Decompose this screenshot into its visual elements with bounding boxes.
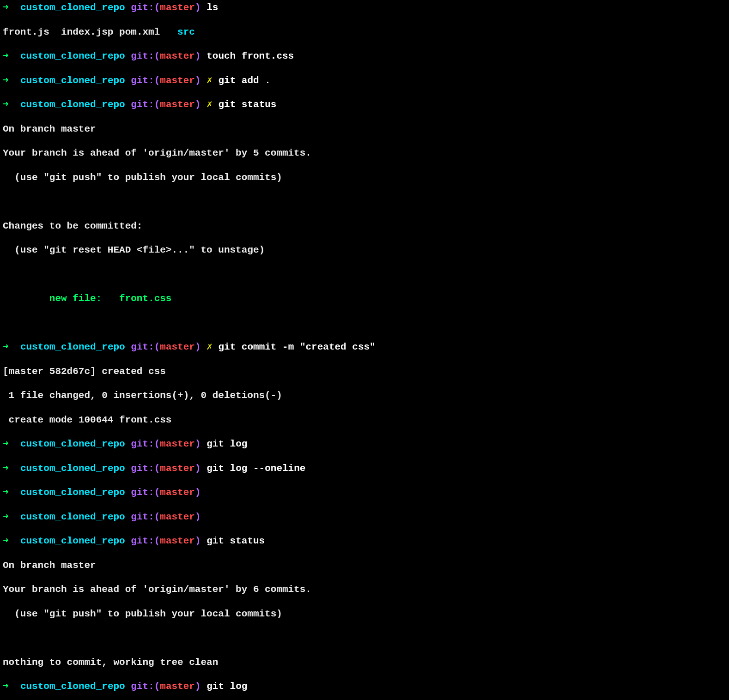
prompt-arrow-icon: ➜ (3, 463, 9, 474)
output-line: Changes to be committed: (3, 220, 726, 232)
command-text: git add . (218, 75, 270, 86)
prompt-arrow-icon: ➜ (3, 487, 9, 498)
command-text: git commit -m "created css" (218, 342, 375, 352)
blank-line (3, 317, 726, 329)
blank-line (3, 632, 726, 644)
ls-file: front.js (3, 27, 49, 37)
prompt-line: ➜ custom_cloned_repo git:(master) ✗ git … (3, 75, 726, 87)
command-text: git log --oneline (207, 463, 305, 474)
git-label-close: ) (195, 681, 201, 692)
prompt-arrow-icon: ➜ (3, 512, 9, 522)
prompt-dir: custom_cloned_repo (20, 463, 125, 474)
command-text: git log (207, 681, 247, 692)
output-text: Changes to be committed: (3, 221, 142, 231)
git-branch: master (160, 681, 195, 692)
prompt-arrow-icon: ➜ (3, 439, 9, 449)
prompt-arrow-icon: ➜ (3, 75, 9, 86)
git-label: git:( (131, 487, 160, 498)
prompt-arrow-icon: ➜ (3, 99, 9, 110)
command-text: git status (207, 536, 265, 546)
output-text: (use "git push" to publish your local co… (3, 609, 282, 619)
git-branch: master (160, 99, 195, 110)
git-label: git:( (131, 99, 160, 110)
output-text: (use "git reset HEAD <file>..." to unsta… (3, 245, 265, 255)
git-label-close: ) (195, 536, 201, 546)
git-label-close: ) (195, 2, 201, 13)
output-text: On branch master (3, 560, 96, 571)
command-text: git status (218, 99, 276, 110)
prompt-line: ➜ custom_cloned_repo git:(master) git lo… (3, 438, 726, 450)
prompt-line: ➜ custom_cloned_repo git:(master) ✗ git … (3, 99, 726, 111)
git-label: git:( (131, 75, 160, 86)
prompt-dir: custom_cloned_repo (20, 2, 125, 13)
output-line: create mode 100644 front.css (3, 414, 726, 426)
prompt-dir: custom_cloned_repo (20, 487, 125, 498)
output-line: (use "git push" to publish your local co… (3, 608, 726, 620)
blank-line (3, 269, 726, 281)
prompt-dir: custom_cloned_repo (20, 681, 125, 692)
prompt-line: ➜ custom_cloned_repo git:(master) git st… (3, 535, 726, 547)
output-line: nothing to commit, working tree clean (3, 657, 726, 669)
git-label-close: ) (195, 342, 201, 352)
dirty-flag-icon: ✗ (207, 75, 213, 86)
git-label-close: ) (195, 487, 201, 498)
output-line: On branch master (3, 123, 726, 135)
git-label-close: ) (195, 99, 201, 110)
git-label-close: ) (195, 75, 201, 86)
git-label-close: ) (195, 463, 201, 474)
prompt-arrow-icon: ➜ (3, 2, 9, 13)
output-text: Your branch is ahead of 'origin/master' … (3, 584, 311, 595)
git-label: git:( (131, 439, 160, 449)
output-text: On branch master (3, 124, 96, 134)
git-label-close: ) (195, 512, 201, 522)
output-line: [master 582d67c] created css (3, 366, 726, 378)
git-branch: master (160, 2, 195, 13)
prompt-dir: custom_cloned_repo (20, 536, 125, 546)
dirty-flag-icon: ✗ (207, 342, 213, 352)
git-branch: master (160, 512, 195, 522)
git-branch: master (160, 487, 195, 498)
prompt-dir: custom_cloned_repo (20, 512, 125, 522)
ls-file: index.jsp (61, 27, 113, 37)
git-label: git:( (131, 536, 160, 546)
ls-dir: src (177, 27, 195, 37)
new-file-text: new file: front.css (3, 293, 171, 304)
prompt-dir: custom_cloned_repo (20, 342, 125, 352)
prompt-arrow-icon: ➜ (3, 681, 9, 692)
output-text: [master 582d67c] created css (3, 366, 166, 377)
prompt-line: ➜ custom_cloned_repo git:(master) (3, 511, 726, 523)
git-label-close: ) (195, 439, 201, 449)
git-branch: master (160, 536, 195, 546)
prompt-line: ➜ custom_cloned_repo git:(master) ✗ git … (3, 341, 726, 353)
git-label: git:( (131, 681, 160, 692)
git-branch: master (160, 51, 195, 61)
command-text: touch front.css (207, 51, 294, 61)
ls-file: pom.xml (119, 27, 160, 37)
prompt-dir: custom_cloned_repo (20, 99, 125, 110)
blank-line (3, 196, 726, 208)
git-label: git:( (131, 342, 160, 352)
git-branch: master (160, 75, 195, 86)
output-line: On branch master (3, 560, 726, 572)
terminal[interactable]: ➜ custom_cloned_repo git:(master) ls fro… (0, 0, 729, 700)
output-line: Your branch is ahead of 'origin/master' … (3, 147, 726, 159)
prompt-arrow-icon: ➜ (3, 536, 9, 546)
prompt-line: ➜ custom_cloned_repo git:(master) git lo… (3, 681, 726, 693)
output-text: nothing to commit, working tree clean (3, 657, 218, 668)
output-text: (use "git push" to publish your local co… (3, 172, 282, 183)
git-branch: master (160, 463, 195, 474)
git-label: git:( (131, 512, 160, 522)
output-line: (use "git push" to publish your local co… (3, 172, 726, 184)
prompt-dir: custom_cloned_repo (20, 439, 125, 449)
prompt-line: ➜ custom_cloned_repo git:(master) git lo… (3, 463, 726, 475)
output-text: 1 file changed, 0 insertions(+), 0 delet… (3, 390, 282, 401)
git-label: git:( (131, 463, 160, 474)
output-text: Your branch is ahead of 'origin/master' … (3, 148, 311, 158)
prompt-dir: custom_cloned_repo (20, 75, 125, 86)
staged-file-line: new file: front.css (3, 293, 726, 305)
dirty-flag-icon: ✗ (207, 99, 213, 110)
prompt-dir: custom_cloned_repo (20, 51, 125, 61)
output-text: create mode 100644 front.css (3, 415, 171, 425)
git-branch: master (160, 342, 195, 352)
output-line: Your branch is ahead of 'origin/master' … (3, 584, 726, 596)
